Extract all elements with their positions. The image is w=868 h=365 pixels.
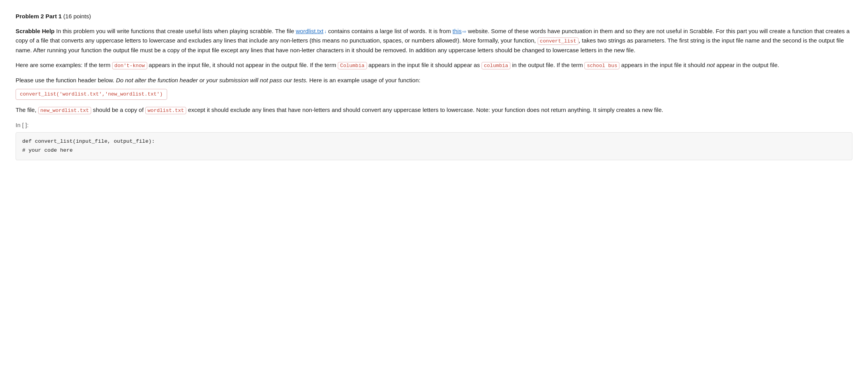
examples-intro: Here are some examples: If the term [16,62,112,68]
dontknow-code: don't-know [112,62,147,69]
usage-paragraph: Please use the function header below. Do… [16,76,852,85]
code-block[interactable]: def convert_list(input_file, output_file… [16,132,852,160]
code-line-2: # your code here [22,146,846,155]
examples-final: appear in the output file. [715,62,779,68]
columbia-lower-code: columbia [482,62,510,69]
columbia-code: Columbia [338,62,367,69]
examples-end: appears in the input file it should [619,62,706,68]
file-description: The file, new_wordlist.txt should be a c… [16,105,852,115]
file-desc-2: should be a copy of [91,106,145,113]
this-link[interactable]: this [453,28,462,34]
code-line-1: def convert_list(input_file, output_file… [22,137,846,146]
examples-mid1: appears in the input file, it should not… [147,62,338,68]
not-word: not [707,62,715,68]
function-call-block: convert_list('wordlist.txt','new_wordlis… [16,89,852,106]
desc-text-2: contains contains a large list of words.… [328,28,452,34]
usage-text-1: Please use the function header below. [16,77,116,83]
section-title: Scrabble Help [16,28,55,34]
usage-italic: Do not alter the function header or your… [116,77,308,83]
function-call-code: convert_list('wordlist.txt','new_wordlis… [16,89,167,100]
examples-mid3: in the output file. If the term [510,62,584,68]
external-link-icon: ⇨ [462,28,466,35]
wordlist-code: wordlist.txt [145,107,187,114]
problem-header: Problem 2 Part 1 (16 points) [16,12,852,21]
download-icon: ↓ [324,28,326,35]
new-wordlist-code: new_wordlist.txt [38,107,92,114]
problem-title: Problem 2 Part 1 [16,13,62,19]
usage-text-2: Here is an example usage of your functio… [308,77,420,83]
desc-text-1: In this problem you will write functions… [56,28,296,34]
convert-list-inline: convert_list [538,37,579,45]
wordlist-link[interactable]: wordlist.txt [296,28,323,34]
in-label: In [ ]: [16,120,852,130]
examples-paragraph: Here are some examples: If the term don'… [16,60,852,70]
problem-description: Scrabble Help In this problem you will w… [16,27,852,55]
file-desc-1: The file, [16,106,38,113]
examples-mid2: appears in the input file it should appe… [367,62,482,68]
schoolbus-code: school bus [584,62,619,69]
file-desc-3: except it should exclude any lines that … [186,106,663,113]
problem-points: (16 points) [64,13,91,19]
